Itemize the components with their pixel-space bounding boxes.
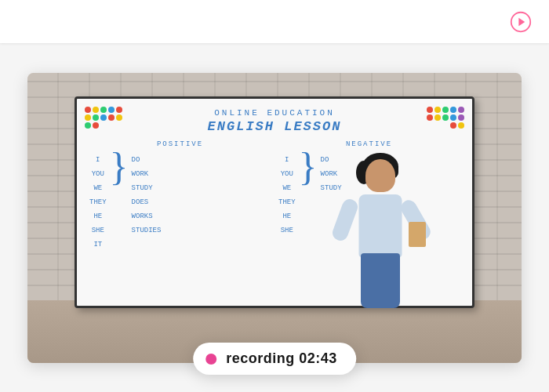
colored-dot	[427, 114, 433, 121]
recording-dot	[205, 354, 216, 365]
colored-dot	[458, 107, 464, 113]
classroom-background: ONLINE EDUCATION ENGLISH LESSON POSITIVE…	[27, 73, 522, 363]
whiteboard-title: ONLINE EDUCATION	[89, 108, 460, 118]
colored-dot	[93, 114, 99, 121]
colored-dot	[450, 122, 456, 129]
colored-dot	[93, 122, 99, 129]
wb-brace-left: }	[110, 147, 129, 186]
colored-dot	[85, 114, 91, 121]
colored-dot	[458, 122, 464, 129]
teacher-head	[365, 159, 395, 192]
svg-marker-1	[518, 17, 525, 26]
colored-dot	[93, 107, 99, 113]
colored-dot	[458, 114, 464, 121]
colored-dot	[100, 107, 107, 113]
recording-label: recording 02:43	[226, 350, 337, 367]
colored-dot	[85, 107, 91, 113]
colored-dot	[450, 107, 456, 113]
colored-dot	[434, 107, 441, 113]
colored-dot	[442, 114, 449, 121]
wb-verbs-positive: DOWORKSTUDYDOESWORKSSTUDIES	[132, 153, 162, 238]
teacher-arm-left	[330, 197, 360, 243]
colored-dot	[85, 122, 91, 129]
wb-positive-words: IYOUWETHEYHESHEIT } DOWORKSTUDYDOESWORKS…	[89, 153, 271, 252]
wb-brace-right: }	[299, 147, 318, 186]
colored-dot	[434, 114, 441, 121]
colored-dot	[427, 107, 433, 113]
dots-left	[85, 107, 124, 129]
colored-dot	[100, 114, 107, 121]
teacher-pants	[361, 253, 400, 308]
teacher-body	[359, 194, 402, 257]
teacher-figure	[333, 159, 427, 316]
wb-pronouns-right: IYOUWETHEYHESHE	[278, 153, 296, 238]
colored-dot	[108, 107, 115, 113]
recording-pill: recording 02:43	[193, 343, 356, 375]
teacher-clipboard	[409, 222, 426, 247]
wb-positive-column: POSITIVE IYOUWETHEYHESHEIT } DOWORKSTUDY…	[89, 140, 271, 289]
colored-dot	[108, 114, 115, 121]
main-content: ONLINE EDUCATION ENGLISH LESSON POSITIVE…	[0, 43, 549, 392]
colored-dot	[450, 114, 456, 121]
colored-dot	[116, 107, 122, 113]
colored-dot	[116, 114, 122, 121]
app-logo-button[interactable]	[508, 9, 533, 34]
whiteboard-subtitle: ENGLISH LESSON	[89, 119, 460, 134]
top-bar	[0, 0, 549, 43]
video-container: ONLINE EDUCATION ENGLISH LESSON POSITIVE…	[27, 73, 522, 363]
colored-dot	[442, 107, 449, 113]
dots-right	[425, 107, 464, 129]
wb-pronouns-left: IYOUWETHEYHESHEIT	[89, 153, 107, 252]
